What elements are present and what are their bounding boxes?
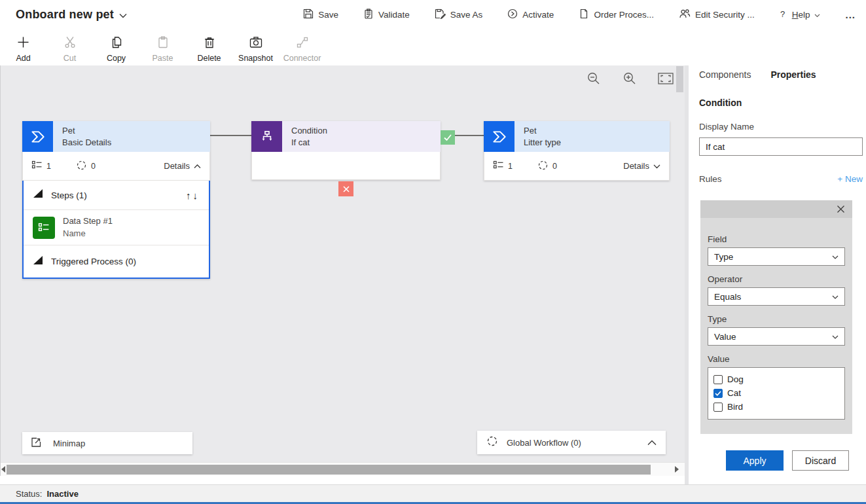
status-badge: Inactive <box>46 489 78 499</box>
minimap-toggle[interactable]: Minimap <box>22 432 192 454</box>
stage-chevron-icon <box>22 121 53 152</box>
horizontal-scrollbar-thumb[interactable] <box>7 465 651 475</box>
people-icon <box>679 9 691 21</box>
operator-dropdown[interactable]: Equals <box>708 287 845 306</box>
more-commands-button[interactable]: ... <box>845 9 856 20</box>
stage-header[interactable]: Pet Basic Details <box>22 121 210 152</box>
horizontal-scrollbar[interactable] <box>1 462 685 476</box>
stage-node-litter-type[interactable]: Pet Litter type 1 0 Details <box>484 121 670 181</box>
rules-label: Rules <box>699 174 722 184</box>
checkbox[interactable] <box>713 403 723 412</box>
data-step-icon <box>33 217 55 239</box>
new-rule-link[interactable]: + New <box>837 174 863 184</box>
snapshot-button[interactable]: Snapshot <box>232 29 279 63</box>
page-title: Onboard new pet <box>16 8 114 22</box>
option-bird[interactable]: Bird <box>713 400 839 414</box>
checkbox[interactable] <box>713 389 723 398</box>
fit-to-screen-icon[interactable] <box>658 73 674 87</box>
save-as-button[interactable]: Save As <box>435 9 483 21</box>
stage-stats-row: 1 0 Details <box>22 152 210 181</box>
apply-button[interactable]: Apply <box>726 450 784 471</box>
connector-line <box>210 135 251 136</box>
operator-label: Operator <box>708 274 845 284</box>
zoom-out-icon[interactable] <box>586 71 601 88</box>
order-process-button[interactable]: Order Proces... <box>579 9 654 21</box>
command-bar: Save Validate Save As Activate Order Pro… <box>303 9 866 21</box>
tab-properties[interactable]: Properties <box>770 69 816 82</box>
move-down-icon[interactable]: ↓ <box>193 190 200 201</box>
checkbox[interactable] <box>713 375 723 384</box>
discard-button[interactable]: Discard <box>792 450 849 471</box>
chevron-down-icon <box>653 161 660 171</box>
option-dog[interactable]: Dog <box>713 372 839 386</box>
data-step-item[interactable]: Data Step #1 Name <box>24 209 209 245</box>
field-label: Field <box>708 234 845 244</box>
minimap-icon <box>31 437 42 450</box>
chevron-down-icon <box>814 10 820 20</box>
connector-line <box>455 135 484 136</box>
stage-name: Litter type <box>524 137 670 149</box>
steps-section-header[interactable]: Steps (1) ↑↓ <box>24 181 209 209</box>
chevron-up-icon[interactable] <box>647 437 657 448</box>
flag-triangle-icon <box>33 189 43 202</box>
validate-icon <box>363 9 374 21</box>
stage-header[interactable]: Pet Litter type <box>484 121 670 152</box>
panel-tabs: Components Properties <box>699 69 816 82</box>
condition-node-if-cat[interactable]: Condition If cat <box>251 121 441 180</box>
condition-entity: Condition <box>291 125 441 137</box>
edit-security-button[interactable]: Edit Security ... <box>679 9 755 21</box>
global-workflow-toggle[interactable]: Global Workflow (0) <box>477 431 666 454</box>
process-count: 0 <box>552 162 557 171</box>
details-toggle[interactable]: Details <box>164 161 201 171</box>
title-bar: Onboard new pet Save Validate Save As Ac… <box>0 0 866 29</box>
delete-button[interactable]: Delete <box>186 29 232 63</box>
condition-header[interactable]: Condition If cat <box>251 121 441 152</box>
process-refresh-icon <box>537 160 549 173</box>
tab-components[interactable]: Components <box>699 69 751 82</box>
save-button[interactable]: Save <box>303 9 338 21</box>
save-as-icon <box>435 9 446 21</box>
field-dropdown[interactable]: Type <box>708 247 845 266</box>
type-dropdown[interactable]: Value <box>708 327 845 346</box>
scroll-right-arrow[interactable] <box>675 466 679 473</box>
connector-button: Connector <box>279 29 325 63</box>
save-icon <box>303 9 314 21</box>
move-up-icon[interactable]: ↑ <box>186 190 193 201</box>
display-name-label: Display Name <box>699 122 754 132</box>
connector-icon <box>296 35 309 52</box>
status-label: Status: <box>16 489 42 499</box>
zoom-in-icon[interactable] <box>622 71 637 88</box>
copy-button[interactable]: Copy <box>93 29 139 63</box>
condition-name: If cat <box>291 137 441 149</box>
cut-button: Cut <box>46 29 93 63</box>
stage-node-basic-details[interactable]: Pet Basic Details 1 0 Details <box>22 121 210 279</box>
flow-canvas[interactable]: Pet Basic Details 1 0 Details <box>0 65 685 476</box>
validate-button[interactable]: Validate <box>363 9 410 21</box>
svg-text:?: ? <box>780 9 785 19</box>
stage-chevron-icon <box>484 121 514 152</box>
display-name-input[interactable] <box>699 137 863 156</box>
data-step-field: Name <box>63 228 113 240</box>
vertical-scrollbar-thumb[interactable] <box>676 66 683 92</box>
chevron-down-icon <box>832 252 839 262</box>
option-cat[interactable]: Cat <box>713 386 839 400</box>
close-icon[interactable] <box>835 203 847 215</box>
scroll-left-arrow[interactable] <box>1 466 5 473</box>
paste-button: Paste <box>139 29 186 63</box>
flag-triangle-icon <box>33 255 43 268</box>
bpf-designer: Onboard new pet Save Validate Save As Ac… <box>0 0 866 504</box>
triggered-process-section[interactable]: Triggered Process (0) <box>24 245 209 278</box>
stage-stats-row: 1 0 Details <box>484 152 670 181</box>
process-title-menu[interactable]: Onboard new pet <box>16 8 127 22</box>
chevron-down-icon <box>832 332 839 342</box>
data-steps-count: 1 <box>508 162 513 171</box>
delete-x-button[interactable] <box>338 181 353 196</box>
condition-branch-icon <box>251 121 282 152</box>
chevron-up-icon <box>194 161 201 171</box>
details-toggle[interactable]: Details <box>623 161 660 171</box>
help-menu[interactable]: ? Help <box>780 9 821 21</box>
add-button[interactable]: Add <box>0 29 46 63</box>
confirm-check-button[interactable] <box>441 130 455 145</box>
activate-button[interactable]: Activate <box>507 9 554 21</box>
scissors-icon <box>63 35 77 52</box>
